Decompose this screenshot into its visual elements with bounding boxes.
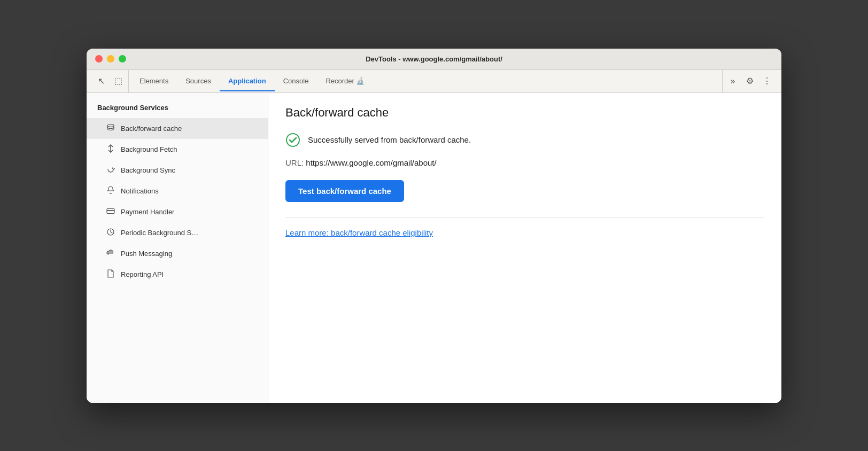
sync-icon [106,165,115,175]
maximize-button[interactable] [119,55,126,63]
sidebar-item-push-messaging[interactable]: Push Messaging [87,243,268,264]
more-tabs-button[interactable]: » [725,73,741,89]
doc-icon [106,269,115,279]
sidebar-item-background-sync[interactable]: Background Sync [87,160,268,181]
main-content: Background Services Back/forward cache [87,93,781,403]
devtools-window: DevTools - www.google.com/gmail/about/ ↖… [87,49,781,403]
cursor-icon-button[interactable]: ↖ [93,73,109,89]
sidebar-item-label-background-fetch: Background Fetch [121,145,177,153]
sidebar-item-payment-handler[interactable]: Payment Handler [87,201,268,222]
learn-more-link[interactable]: Learn more: back/forward cache eligibili… [285,228,433,237]
settings-icon: ⚙ [746,76,754,86]
svg-point-5 [286,134,299,146]
kebab-menu-button[interactable]: ⋮ [759,73,775,89]
url-label: URL: [285,158,304,167]
sidebar-item-notifications[interactable]: Notifications [87,181,268,201]
svg-rect-2 [107,208,114,213]
url-value: https://www.google.com/gmail/about/ [306,158,436,167]
clock-icon [106,228,115,238]
traffic-lights [95,55,126,63]
payment-icon [106,207,115,217]
panel-title: Back/forward cache [285,106,764,120]
toolbar-right-icons: » ⚙ ⋮ [722,70,777,92]
sidebar-item-reporting-api[interactable]: Reporting API [87,264,268,285]
section-divider [285,217,764,217]
tab-recorder[interactable]: Recorder 🔬 [317,72,373,91]
sidebar-item-label-push-messaging: Push Messaging [121,250,172,258]
sidebar-item-label-notifications: Notifications [121,187,159,195]
svg-point-0 [107,124,114,127]
database-icon [106,123,115,134]
sidebar: Background Services Back/forward cache [87,93,268,403]
sidebar-section-title: Background Services [87,102,268,118]
tab-elements[interactable]: Elements [131,72,177,91]
tab-sources[interactable]: Sources [177,72,220,91]
tab-application[interactable]: Application [220,72,275,91]
success-row: Successfully served from back/forward ca… [285,133,764,147]
cursor-icon: ↖ [98,76,105,86]
bell-icon [106,186,115,196]
success-message: Successfully served from back/forward ca… [308,135,471,144]
sidebar-item-background-fetch[interactable]: Background Fetch [87,139,268,160]
minimize-button[interactable] [107,55,114,63]
titlebar: DevTools - www.google.com/gmail/about/ [87,49,781,70]
toolbar: ↖ ⬚ Elements Sources Application Console… [87,70,781,93]
success-check-icon [285,133,300,147]
layers-icon-button[interactable]: ⬚ [110,73,126,89]
sidebar-item-periodic-background-sync[interactable]: Periodic Background S… [87,222,268,243]
sidebar-item-back-forward-cache[interactable]: Back/forward cache [87,118,268,139]
layers-icon: ⬚ [114,76,122,86]
sidebar-item-label-payment-handler: Payment Handler [121,208,174,216]
settings-button[interactable]: ⚙ [742,73,758,89]
fetch-icon [106,144,115,154]
close-button[interactable] [95,55,103,63]
tabs-bar: Elements Sources Application Console Rec… [131,72,720,91]
url-row: URL: https://www.google.com/gmail/about/ [285,158,764,167]
sidebar-item-label-periodic-background-sync: Periodic Background S… [121,229,198,237]
cloud-icon [106,248,115,259]
panel: Back/forward cache Successfully served f… [268,93,781,403]
toolbar-left-icons: ↖ ⬚ [91,70,129,92]
window-title: DevTools - www.google.com/gmail/about/ [366,55,502,63]
kebab-icon: ⋮ [763,76,771,86]
sidebar-item-label-reporting-api: Reporting API [121,270,164,278]
tab-console[interactable]: Console [275,72,317,91]
sidebar-item-label-back-forward-cache: Back/forward cache [121,125,182,133]
more-tabs-icon: » [731,76,735,86]
test-back-forward-cache-button[interactable]: Test back/forward cache [285,180,404,202]
sidebar-item-label-background-sync: Background Sync [121,166,175,174]
